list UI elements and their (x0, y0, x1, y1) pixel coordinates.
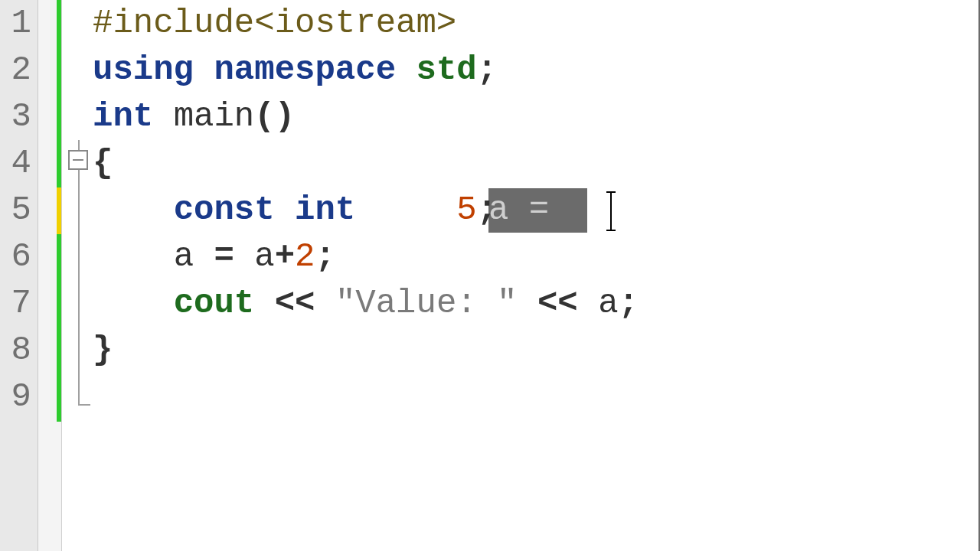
line-number: 5 (0, 187, 38, 233)
code-line[interactable]: { (93, 140, 113, 187)
code-editor[interactable]: 1 2 3 4 5 6 7 8 9 #include<iostream> usi… (0, 0, 980, 551)
brace-open: { (93, 144, 113, 182)
operator-stream: << (275, 284, 315, 322)
code-line[interactable]: a = a+2; (93, 233, 335, 280)
line-number: 1 (0, 0, 38, 47)
code-line[interactable]: cout << "Value: " << a; (93, 280, 639, 327)
operator-assign: = (214, 237, 234, 276)
change-marker-column (38, 0, 61, 551)
line-number: 6 (0, 233, 38, 280)
identifier: a (598, 284, 618, 322)
selected-text: a = (488, 187, 570, 233)
code-line[interactable]: const int a = 5; (93, 187, 497, 233)
keyword-using: using (93, 51, 194, 89)
line-number: 2 (0, 47, 38, 93)
identifier-std: std (416, 51, 476, 89)
line-number: 4 (0, 140, 38, 187)
semicolon: ; (477, 51, 497, 89)
number-literal: 5 (456, 191, 476, 229)
string-literal: "Value: " (335, 284, 518, 322)
line-number: 8 (0, 327, 38, 373)
line-number: 9 (0, 373, 38, 420)
preprocessor-directive: #include<iostream> (93, 4, 456, 42)
operator-plus: + (275, 237, 295, 276)
brace-close: } (93, 331, 113, 369)
identifier: a (174, 237, 194, 276)
line-number: 7 (0, 280, 38, 327)
code-line[interactable]: #include<iostream> (93, 0, 456, 47)
line-number-gutter: 1 2 3 4 5 6 7 8 9 (0, 0, 38, 551)
fold-guide-line (78, 140, 80, 406)
number-literal: 2 (295, 237, 315, 276)
line-number: 3 (0, 93, 38, 140)
code-line[interactable]: int main() (93, 93, 295, 140)
keyword-int: int (93, 97, 153, 135)
semicolon: ; (619, 284, 639, 322)
identifier: a (254, 237, 274, 276)
keyword-int: int (295, 191, 355, 229)
fold-toggle-icon[interactable] (68, 150, 88, 170)
parentheses: () (254, 97, 295, 135)
keyword-const: const (174, 191, 275, 229)
code-line[interactable]: } (93, 327, 113, 373)
semicolon: ; (315, 237, 335, 276)
fold-end-marker (78, 404, 90, 406)
operator-stream: << (537, 284, 578, 322)
code-text-area[interactable]: #include<iostream> using namespace std; … (61, 0, 980, 551)
text-caret-icon (610, 191, 612, 231)
keyword-namespace: namespace (214, 51, 396, 89)
identifier-cout: cout (174, 284, 255, 322)
code-line[interactable]: using namespace std; (93, 47, 497, 93)
function-name: main (174, 97, 255, 135)
